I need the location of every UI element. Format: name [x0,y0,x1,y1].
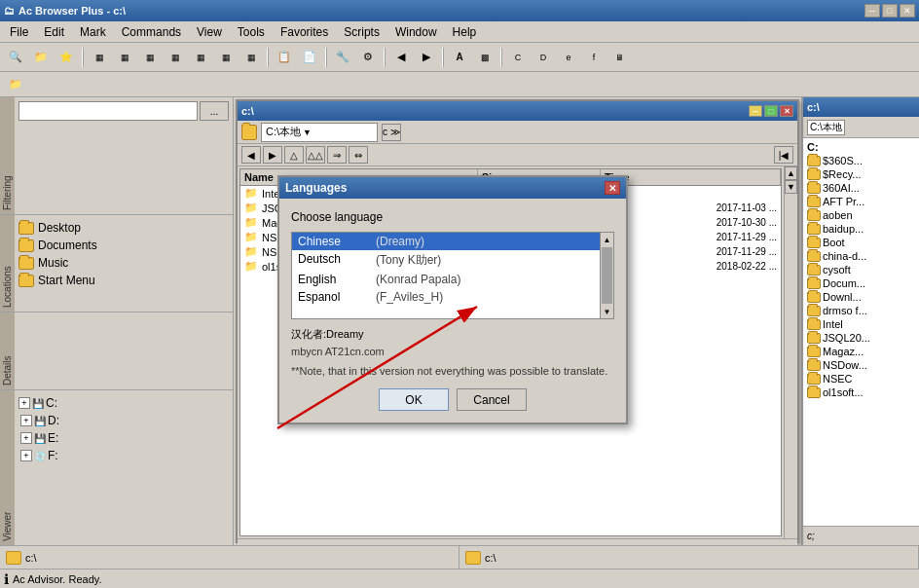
expand-c[interactable]: + [18,397,30,409]
drive-c-item[interactable]: + 💾 C: [18,394,229,412]
mid-panel: c:\ ─ □ ✕ C:\本地 ▼ c ≫ ◀ ▶ [234,97,802,545]
dialog-title-bar: Languages ✕ [279,177,626,199]
scroll-bar[interactable]: ▲ ▼ [784,166,797,538]
minimize-button[interactable]: ─ [864,4,880,18]
right-folder-recy[interactable]: $Recy... [805,167,917,181]
right-path-combo[interactable]: C:\本地 [807,120,845,135]
menu-file[interactable]: File [2,23,36,41]
loc-music[interactable]: Music [18,254,229,272]
right-folder-cysoft[interactable]: cysoft [805,263,917,276]
tb-img6[interactable]: ▦ [214,47,238,68]
menu-scripts[interactable]: Scripts [336,23,387,41]
nav-sync[interactable]: ⇔ [349,146,368,164]
tb-cmd1[interactable]: ▩ [473,47,496,68]
tb-img5[interactable]: ▦ [189,47,212,68]
ok-button[interactable]: OK [379,388,449,411]
drive-d-item[interactable]: + 💾 D: [18,412,229,429]
loc-documents[interactable]: Documents [18,237,229,254]
tb-img7[interactable]: ▦ [239,47,263,68]
tb-copy[interactable]: 📋 [273,47,296,68]
loc-startmenu[interactable]: Start Menu [18,272,229,289]
menu-help[interactable]: Help [445,23,485,41]
right-folder-docum[interactable]: Docum... [805,276,917,290]
tb-folder[interactable]: 📁 [29,47,53,68]
menu-bar: File Edit Mark Commands View Tools Favor… [0,21,919,43]
expand-e[interactable]: + [20,432,32,444]
language-listbox[interactable]: Chinese (Dreamy) Deutsch (Tony K助er) Eng… [291,232,601,319]
right-folder-intel[interactable]: Intel [805,317,917,331]
tb-img2[interactable]: ▦ [113,47,136,68]
tb-a[interactable]: A [448,47,471,68]
menu-mark[interactable]: Mark [72,23,114,41]
tb2-folder[interactable]: 📁 [4,74,27,95]
drive-e-label: E: [48,431,58,445]
right-folder-nsdow[interactable]: NSDow... [805,358,917,372]
right-folder-aoben[interactable]: aoben [805,208,917,222]
tb-tools1[interactable]: 🔧 [331,47,354,68]
search-input[interactable] [18,101,198,121]
drive-e-item[interactable]: + 💾 E: [18,429,229,447]
right-folder-ol1[interactable]: ol1soft... [805,386,917,399]
loc-desktop[interactable]: Desktop [18,219,229,237]
tb-paste[interactable]: 📄 [298,47,321,68]
right-folder-chinad[interactable]: china-d... [805,249,917,263]
tb-nav1[interactable]: ◀ [389,47,413,68]
tb-sep3 [325,48,327,67]
app-icon: 🗂 [4,5,15,17]
tb-drive-extra[interactable]: 🖥 [607,47,631,68]
cancel-button[interactable]: Cancel [457,388,527,411]
tb-img4[interactable]: ▦ [164,47,187,68]
tb-drive-f[interactable]: f [582,47,606,68]
nav-forward[interactable]: ▶ [263,146,282,164]
right-folder-aft[interactable]: AFT Pr... [805,195,917,208]
browser-close[interactable]: ✕ [780,105,793,117]
tb-drive-c[interactable]: C [506,47,530,68]
right-folder-jsql[interactable]: JSQL20... [805,331,917,345]
nav-list-end[interactable]: |◀ [774,146,793,164]
refresh-btn[interactable]: c ≫ [382,124,401,141]
tb-nav2[interactable]: ▶ [415,47,438,68]
browser-minimize[interactable]: ─ [749,105,762,117]
tb-search[interactable]: 🔍 [4,47,27,68]
menu-view[interactable]: View [189,23,230,41]
tb-drive-d[interactable]: D [532,47,555,68]
right-folder-magaz[interactable]: Magaz... [805,345,917,358]
expand-f[interactable]: + [20,450,32,461]
filter-dots-button[interactable]: ... [200,101,229,121]
maximize-button[interactable]: □ [882,4,898,18]
right-folder-360s[interactable]: $360S... [805,154,917,167]
drive-f-item[interactable]: + 💿 F: [18,447,229,464]
menu-edit[interactable]: Edit [36,23,72,41]
tb-img3[interactable]: ▦ [138,47,162,68]
right-folder-downl[interactable]: Downl... [805,290,917,304]
menu-window[interactable]: Window [387,23,445,41]
nav-up[interactable]: △ [284,146,304,164]
nav-home[interactable]: ⇒ [327,146,347,164]
tb-drive-e[interactable]: e [557,47,580,68]
lang-english[interactable]: English (Konrad Papala) [292,271,600,288]
right-panel-list: C: $360S... $Recy... 360AI... AFT Pr... … [803,138,919,526]
dialog-close-button[interactable]: ✕ [605,181,620,195]
lang-espanol[interactable]: Espanol (F_Aviles_H) [292,288,600,306]
tb-img1[interactable]: ▦ [88,47,111,68]
menu-tools[interactable]: Tools [230,23,273,41]
menu-favorites[interactable]: Favorites [273,23,336,41]
listbox-scrollbar[interactable]: ▲ ▼ [601,232,614,319]
tb-tools2[interactable]: ⚙ [356,47,380,68]
close-button[interactable]: ✕ [900,4,915,18]
lang-name: English [298,273,366,286]
browser-maximize[interactable]: □ [764,105,778,117]
right-folder-drmso[interactable]: drmso f... [805,304,917,317]
menu-commands[interactable]: Commands [114,23,189,41]
path-combo[interactable]: C:\本地 ▼ [261,123,378,142]
right-folder-nsec[interactable]: NSEC [805,372,917,386]
right-folder-baidup[interactable]: baidup... [805,222,917,236]
lang-deutsch[interactable]: Deutsch (Tony K助er) [292,250,600,271]
tb-star[interactable]: ⭐ [55,47,78,68]
right-folder-boot[interactable]: Boot [805,236,917,249]
right-folder-360ai[interactable]: 360AI... [805,181,917,195]
expand-d[interactable]: + [20,415,32,426]
lang-chinese[interactable]: Chinese (Dreamy) [292,233,600,250]
nav-root[interactable]: △△ [306,146,325,164]
nav-back[interactable]: ◀ [241,146,261,164]
